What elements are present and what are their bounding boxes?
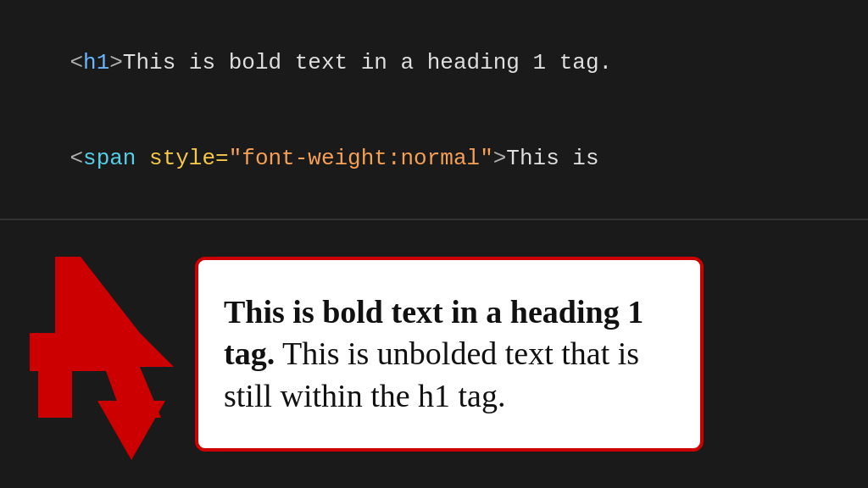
svg-marker-0: [30, 257, 174, 418]
span-tag-name: span: [83, 146, 136, 171]
red-arrow-icon: [30, 248, 191, 460]
code-line-2: <span style="font-weight:normal">This is: [17, 111, 851, 207]
h1-close-bracket: >: [109, 50, 123, 75]
style-attr-value: "font-weight:normal": [229, 146, 493, 171]
demo-section: This is bold text in a heading 1 tag. Th…: [0, 220, 868, 488]
line1-text: This is bold text in a heading 1 tag.: [123, 50, 612, 75]
code-editor: <h1>This is bold text in a heading 1 tag…: [0, 0, 868, 220]
preview-normal-text: This is unbolded text that is still with…: [224, 336, 639, 413]
span-close-bracket: >: [493, 146, 507, 171]
code-line-1: <h1>This is bold text in a heading 1 tag…: [17, 15, 851, 111]
preview-heading: This is bold text in a heading 1 tag. Th…: [224, 291, 675, 417]
svg-marker-1: [97, 401, 165, 460]
span-space: [136, 146, 149, 171]
style-attr-name: style=: [149, 146, 229, 171]
span-open-bracket: <: [70, 146, 83, 171]
arrow-container: [25, 244, 195, 464]
preview-box: This is bold text in a heading 1 tag. Th…: [195, 257, 704, 452]
h1-tag-name: h1: [83, 50, 109, 75]
line2-text: This is: [506, 146, 598, 171]
h1-open-tag: <: [70, 50, 83, 75]
